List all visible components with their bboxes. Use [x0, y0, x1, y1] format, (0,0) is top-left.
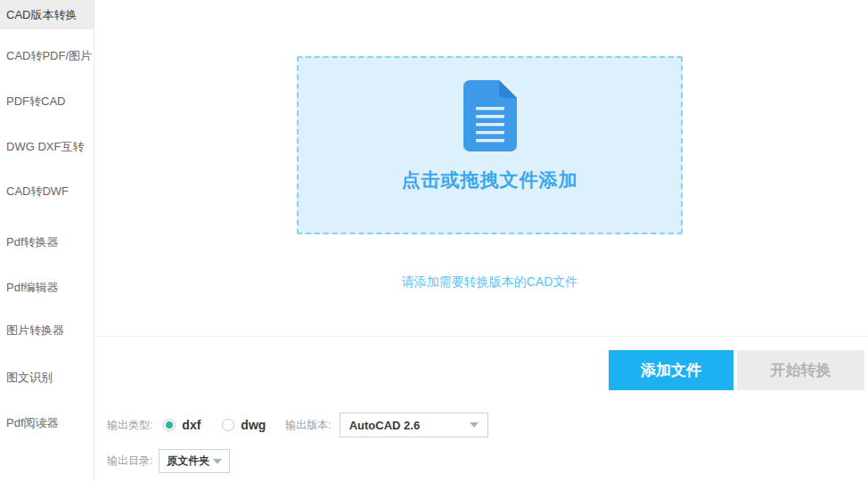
sidebar-item-dwg-dxf-convert[interactable]: DWG DXF互转 [0, 132, 94, 161]
sidebar-item-pdf-to-cad[interactable]: PDF转CAD [0, 86, 94, 116]
output-dir-row: 输出目录: 原文件夹 [107, 449, 230, 473]
output-type-label: 输出类型: [107, 418, 152, 433]
sidebar-item-pdf-converter[interactable]: Pdf转换器 [0, 227, 94, 257]
sidebar-item-image-converter[interactable]: 图片转换器 [0, 315, 94, 345]
file-dropzone[interactable]: 点击或拖拽文件添加 [297, 56, 683, 234]
output-type-row: 输出类型: dxf dwg 输出版本: AutoCAD 2.6 [107, 413, 488, 437]
sidebar-item-cad-to-pdf-image[interactable]: CAD转PDF/图片 [0, 41, 94, 70]
add-file-hint: 请添加需要转换版本的CAD文件 [297, 274, 683, 290]
sidebar-item-cad-version-convert[interactable]: CAD版本转换 [0, 0, 94, 29]
document-icon [463, 80, 517, 151]
output-dir-label: 输出目录: [107, 453, 152, 469]
sidebar-item-pdf-editor[interactable]: Pdf编辑器 [0, 273, 94, 302]
sidebar: CAD版本转换 CAD转PDF/图片 PDF转CAD DWG DXF互转 CAD… [0, 0, 94, 482]
sidebar-item-pdf-reader[interactable]: Pdf阅读器 [0, 408, 94, 437]
sidebar-item-ocr[interactable]: 图文识别 [0, 363, 94, 392]
radio-dwg-label[interactable]: dwg [241, 418, 266, 432]
output-dir-value: 原文件夹 [167, 453, 209, 469]
add-files-button[interactable]: 添加文件 [609, 350, 733, 390]
sidebar-item-cad-to-dwf[interactable]: CAD转DWF [0, 176, 94, 206]
cad-converter-window: CAD版本转换 CAD转PDF/图片 PDF转CAD DWG DXF互转 CAD… [0, 0, 868, 482]
radio-dxf-selected-dot [166, 421, 173, 429]
output-version-select[interactable]: AutoCAD 2.6 [340, 413, 488, 437]
radio-dxf[interactable] [163, 419, 176, 431]
output-dir-select[interactable]: 原文件夹 [159, 449, 230, 473]
section-divider [94, 336, 868, 337]
start-convert-button[interactable]: 开始转换 [737, 350, 864, 390]
radio-dwg[interactable] [222, 419, 234, 431]
dropzone-label: 点击或拖拽文件添加 [402, 167, 578, 192]
output-version-value: AutoCAD 2.6 [349, 419, 420, 432]
chevron-down-icon [470, 422, 479, 428]
radio-dxf-label[interactable]: dxf [182, 418, 201, 432]
output-version-label: 输出版本: [285, 418, 331, 433]
chevron-down-icon [213, 459, 222, 464]
